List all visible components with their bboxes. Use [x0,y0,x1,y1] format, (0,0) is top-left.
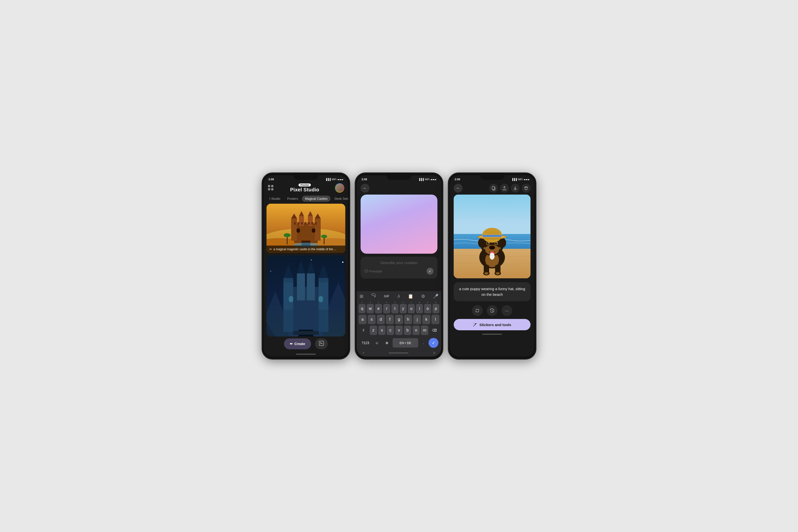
key-z[interactable]: z [370,326,377,335]
svg-point-35 [342,262,343,263]
key-c[interactable]: c [387,326,394,335]
wand-icon [473,322,477,327]
key-p[interactable]: p [433,304,439,313]
status-bar-1: 2:09 ▐▐▐ WiFi ▰▰▰ [264,175,348,182]
back-button-3[interactable]: ← [454,184,462,193]
keyboard-settings-icon[interactable]: ⚙ [421,293,425,299]
svg-point-76 [489,246,495,249]
share-button[interactable] [500,184,509,193]
key-w[interactable]: w [367,304,374,313]
keyboard-grid-icon[interactable]: ⊞ [433,351,435,355]
emoji-key[interactable]: ☺ [373,338,381,347]
edit-icon: ✏ [269,248,272,251]
stickers-tools-button[interactable]: Stickers and tools [454,319,531,330]
period-key[interactable]: . [419,338,427,347]
confirm-button[interactable]: ✓ [426,268,434,274]
prompt-bubble: a cute puppy wearing a funny hat, sittin… [454,282,531,301]
key-l[interactable]: l [432,315,439,324]
phone-1: 2:09 ▐▐▐ WiFi ▰▰▰ P [262,172,350,360]
keyboard-chevron-down[interactable]: ▾ [363,351,364,355]
numbers-key[interactable]: ?123 [360,338,371,347]
castle2-artwork [266,255,345,337]
gallery-button[interactable] [267,185,274,191]
key-f[interactable]: f [386,315,394,324]
tab-i-studio[interactable]: I Studio [266,195,283,202]
app-title: Pixel Studio [290,187,319,193]
add-image-button[interactable] [315,338,328,349]
regenerate-button[interactable] [472,305,483,316]
time-2: 2:09 [362,178,367,181]
shift-key[interactable]: ⇧ [359,326,368,335]
stickers-tools-label: Stickers and tools [479,323,511,327]
key-s[interactable]: s [368,315,376,324]
copy-button[interactable] [489,184,498,193]
svg-rect-41 [289,287,323,337]
confirm-key[interactable]: ✓ [429,338,438,348]
globe-key[interactable]: ⊕ [382,338,391,347]
key-u[interactable]: u [408,304,415,313]
key-v[interactable]: v [395,326,403,335]
svg-rect-3 [271,188,273,190]
delete-button[interactable] [522,184,531,193]
dog-image [454,194,531,278]
svg-rect-25 [297,228,300,233]
back-button-2[interactable]: ← [361,184,369,193]
castle-image-2[interactable] [266,255,345,337]
key-n[interactable]: n [413,326,420,335]
tab-magical-castles[interactable]: Magical Castles [302,195,330,202]
key-i[interactable]: i [416,304,423,313]
more-options-button[interactable]: ··· [501,305,512,316]
key-m[interactable]: m [421,326,428,335]
keyboard-gif-button[interactable]: GIF [384,294,390,298]
freestyle-label: Freestyle [364,269,382,273]
keyboard-mic-icon[interactable]: 🎤 [433,293,438,299]
key-a[interactable]: a [359,315,366,324]
wifi-icon-3: WiFi [518,178,522,181]
key-row-1: q w e r t y u i o p [359,304,439,313]
create-label: Create [294,342,305,346]
key-q[interactable]: q [359,304,365,313]
keyboard-clipboard-icon[interactable]: 📋 [408,293,413,299]
key-e[interactable]: e [375,304,382,313]
svg-rect-20 [304,222,306,225]
action-row: ··· [450,304,534,318]
svg-rect-9 [291,218,297,241]
svg-point-73 [496,272,500,274]
describe-area[interactable]: Describe your creation Freestyle ✓ [361,256,437,279]
key-k[interactable]: k [422,315,430,324]
key-h[interactable]: h [404,315,412,324]
svg-rect-1 [271,185,273,187]
history-button[interactable] [487,305,497,316]
caption-1: ✏ a magical magestic castle in the middl… [266,246,345,253]
tab-desk-setups[interactable]: Desk Setups [331,195,348,202]
space-key[interactable]: EN • DE [393,338,418,347]
castle-image-1[interactable]: ✏ a magical magestic castle in the middl… [266,204,345,253]
tab-posters[interactable]: Posters [284,195,301,202]
key-o[interactable]: o [424,304,431,313]
key-x[interactable]: x [378,326,386,335]
status-icons-3: ▐▐▐ WiFi ▰▰▰ [512,178,530,181]
svg-point-34 [270,271,271,272]
keyboard-apps-icon[interactable]: ⊞ [360,293,363,299]
create-button[interactable]: ✏ Create [284,338,311,349]
wifi-icon: WiFi [331,178,337,181]
download-button[interactable] [511,184,520,193]
phone-container: 2:09 ▐▐▐ WiFi ▰▰▰ P [262,172,536,360]
svg-point-59 [320,342,321,343]
keyboard-sticker-icon[interactable] [371,293,376,299]
key-d[interactable]: d [377,315,385,324]
keyboard-font-icon[interactable]: 𝐴 [397,293,400,299]
svg-rect-2 [268,188,270,190]
key-y[interactable]: y [400,304,407,313]
key-r[interactable]: r [383,304,390,313]
svg-rect-56 [284,283,293,309]
key-t[interactable]: t [391,304,398,313]
freestyle-icon [364,269,368,273]
key-row-3: ⇧ z x c v b n m ⌫ [359,326,439,335]
avatar[interactable] [335,183,344,193]
key-g[interactable]: g [395,315,403,324]
backspace-key[interactable]: ⌫ [430,326,439,335]
key-j[interactable]: j [413,315,421,324]
phone3-header: ← [450,182,534,194]
key-b[interactable]: b [404,326,411,335]
